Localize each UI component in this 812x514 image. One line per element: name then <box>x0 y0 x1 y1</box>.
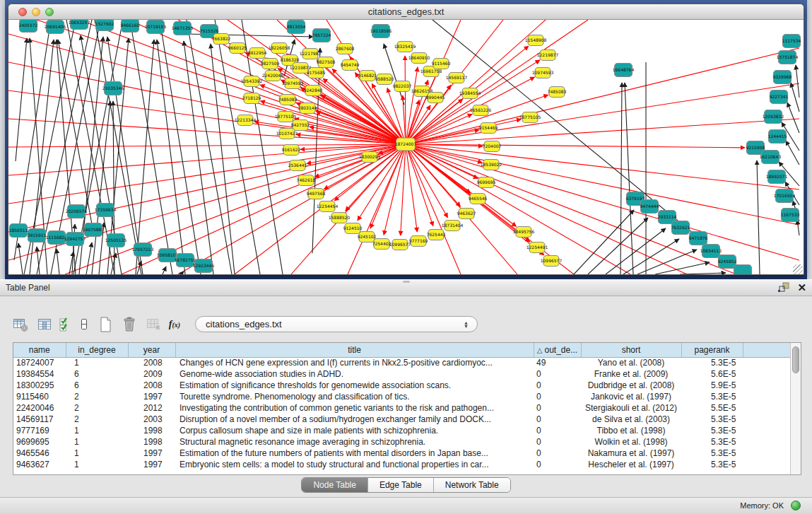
network-node-yellow[interactable]: 12213344 <box>235 115 257 126</box>
network-node-yellow[interactable]: 9822037 <box>393 81 412 92</box>
network-node-yellow[interactable]: 18539022 <box>481 160 502 170</box>
network-node-yellow[interactable]: 18775105 <box>275 112 297 122</box>
network-node-yellow[interactable]: 7462610 <box>297 175 316 186</box>
network-node-teal[interactable]: 20206576 <box>66 205 88 218</box>
network-node-teal[interactable] <box>734 265 752 276</box>
network-node-yellow[interactable]: 12217987 <box>300 49 322 59</box>
table-row[interactable]: 946554611997Estimation of the future num… <box>13 448 791 459</box>
network-node-yellow[interactable]: 22420046 <box>262 71 284 81</box>
network-node-teal[interactable]: 10654112 <box>700 245 722 258</box>
network-node-yellow[interactable]: 12219877 <box>537 50 559 61</box>
network-node-teal[interactable]: 17359934 <box>95 204 117 217</box>
network-node-teal[interactable]: 1527602 <box>95 20 114 31</box>
table-row[interactable]: 977716911998Corpus callosum shape and si… <box>13 425 791 436</box>
network-node-yellow[interactable]: 15888520 <box>329 213 351 223</box>
table-row[interactable]: 2242004622012Investigating the contribut… <box>13 402 791 414</box>
network-node-yellow[interactable]: 8990445 <box>426 93 445 103</box>
scrollbar-thumb[interactable] <box>792 346 799 373</box>
network-node-yellow[interactable]: 7485083 <box>548 87 567 98</box>
network-node-yellow[interactable]: 7204007 <box>483 141 502 152</box>
network-node-yellow[interactable]: 19384554 <box>459 88 481 99</box>
network-node-yellow[interactable]: 9777169 <box>409 236 428 247</box>
network-node-teal[interactable]: 7957224 <box>312 29 331 42</box>
close-panel-icon[interactable]: ✕ <box>797 282 806 293</box>
function-builder-icon[interactable]: f(x) <box>167 316 182 333</box>
network-node-teal[interactable]: 10653257 <box>69 20 90 30</box>
network-node-teal[interactable]: 9227341 <box>770 90 789 104</box>
select-columns-icon[interactable] <box>34 316 55 333</box>
delete-table-icon[interactable] <box>119 316 140 333</box>
network-node-teal[interactable]: 15751874 <box>777 51 799 64</box>
network-node-yellow[interactable]: 18300295 <box>359 152 381 163</box>
network-node-teal[interactable]: 3915911 <box>28 229 47 243</box>
column-header-title[interactable]: title <box>175 343 534 357</box>
network-node-yellow[interactable]: 9115460 <box>432 59 451 69</box>
network-node-yellow[interactable]: 12254454 <box>317 201 339 212</box>
table-row[interactable]: 969969511998Structural magnetic resonanc… <box>13 436 791 448</box>
tab-node-table[interactable]: Node Table <box>302 478 368 492</box>
network-node-teal[interactable]: 21035346 <box>102 82 124 95</box>
network-node-teal[interactable]: 12093832 <box>763 110 784 124</box>
network-node-yellow[interactable]: 10996577 <box>541 256 563 267</box>
column-header-short[interactable]: short <box>581 343 681 357</box>
table-vertical-scrollbar[interactable] <box>790 343 801 474</box>
network-node-teal[interactable]: 12923446 <box>193 259 215 273</box>
network-node-yellow[interactable]: 9161622 <box>282 145 301 156</box>
network-node-teal[interactable]: 12505135 <box>105 234 127 247</box>
network-node-teal[interactable]: 18992071 <box>766 170 788 184</box>
apply-checks-icon[interactable] <box>58 316 73 333</box>
network-node-yellow[interactable]: 9124510 <box>343 223 363 234</box>
network-node-teal[interactable]: 1117534 <box>782 35 801 48</box>
network-node-yellow[interactable]: 14569117 <box>446 73 468 83</box>
network-node-teal[interactable]: 16210643 <box>760 151 782 164</box>
network-node-yellow[interactable]: 2536441 <box>288 160 307 171</box>
network-node-teal[interactable]: 7632621 <box>671 221 690 235</box>
network-node-yellow[interactable]: 10974593 <box>532 68 554 78</box>
table-selector-dropdown[interactable]: citations_edges.txt ▲▼ <box>195 316 478 332</box>
table-row[interactable]: 1456911722003Disruption of a novel membe… <box>13 414 791 425</box>
network-node-yellow[interactable]: 9497568 <box>307 189 326 199</box>
panel-splitter-handle[interactable] <box>403 281 410 283</box>
network-node-yellow[interactable]: 7254402 <box>372 239 392 250</box>
network-node-yellow[interactable]: 2867608 <box>336 44 355 54</box>
network-node-yellow[interactable]: 9463627 <box>457 209 476 219</box>
table-settings-icon[interactable] <box>10 316 31 333</box>
network-node-teal[interactable]: 1244415 <box>768 130 787 144</box>
network-node-teal[interactable]: 17016504 <box>774 189 796 203</box>
network-node-teal[interactable]: 10719155 <box>145 21 167 34</box>
network-node-yellow[interactable]: 10107427 <box>276 129 298 139</box>
network-node-teal[interactable]: 8466160 <box>121 20 140 33</box>
network-node-yellow[interactable]: 9699695 <box>477 177 496 188</box>
network-node-yellow[interactable]: 11548908 <box>525 35 547 46</box>
tab-edge-table[interactable]: Edge Table <box>368 478 434 492</box>
network-node-teal[interactable]: 9474444 <box>640 200 659 214</box>
window-resize-grip[interactable] <box>793 264 803 274</box>
network-node-yellow[interactable]: 7485083 <box>278 95 298 105</box>
network-node-teal[interactable]: 8471876 <box>689 232 708 245</box>
network-node-yellow[interactable]: 18325419 <box>394 42 416 52</box>
network-graph[interactable]: 2405572206914061065325715276028466160107… <box>8 20 804 275</box>
network-node-teal[interactable]: 8813054 <box>287 21 306 34</box>
column-header-year[interactable]: year <box>128 343 175 357</box>
network-node-yellow[interactable]: 7663822 <box>212 34 231 45</box>
table-row[interactable]: 911546021997Tourette syndrome. Phenomeno… <box>13 391 791 402</box>
network-node-yellow[interactable]: 9146821 <box>358 71 377 81</box>
float-panel-icon[interactable] <box>777 282 789 293</box>
network-node-yellow[interactable]: 8912954 <box>248 48 267 59</box>
network-node-yellow[interactable]: 9827509 <box>261 59 280 69</box>
column-header-name[interactable]: name <box>13 343 66 357</box>
network-node-teal[interactable]: 14671355 <box>172 22 194 35</box>
network-node-teal[interactable]: 16648764 <box>613 64 635 77</box>
network-node-teal[interactable]: 1167533 <box>781 209 800 222</box>
network-node-yellow[interactable]: 10996577 <box>389 240 411 250</box>
column-header-in_degree[interactable]: in_degree <box>66 343 128 357</box>
network-node-yellow[interactable]: 9465546 <box>469 194 488 204</box>
network-node-yellow[interactable]: 12219877 <box>290 63 312 74</box>
merge-cells-icon[interactable] <box>76 316 92 333</box>
network-node-yellow[interactable]: 2718129 <box>242 93 261 104</box>
network-node-teal[interactable]: 1850511 <box>9 224 28 238</box>
network-node-yellow[interactable]: 18640910 <box>408 53 430 64</box>
network-canvas[interactable]: 2405572206914061065325715276028466160107… <box>8 20 804 275</box>
network-node-teal[interactable]: 9329968 <box>773 71 792 84</box>
column-header-out_de...[interactable]: △out_de... <box>534 343 581 357</box>
